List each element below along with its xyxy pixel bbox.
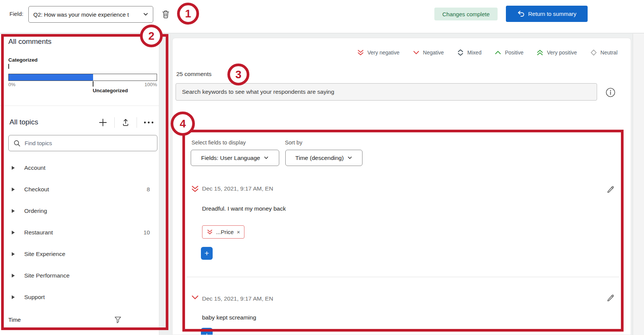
categorized-tick: [8, 64, 9, 69]
info-icon[interactable]: [605, 87, 616, 98]
more-options-icon[interactable]: [143, 121, 154, 124]
sort-by-label: Sort by: [285, 140, 302, 146]
filter-icon[interactable]: [114, 315, 122, 324]
fields-dropdown-value: Fields: User Language: [201, 155, 260, 161]
edit-pencil-icon[interactable]: [606, 185, 615, 193]
topic-count: 8: [147, 186, 150, 192]
categorized-label: Categorized: [8, 57, 37, 63]
select-fields-label: Select fields to display: [191, 140, 246, 146]
neutral-icon: [590, 49, 597, 56]
topic-row-site-experience[interactable]: Site Experience: [0, 243, 159, 265]
time-field-label: Time: [8, 316, 21, 323]
topic-row-checkout[interactable]: Checkout 8: [0, 178, 159, 200]
legend-label: Very positive: [547, 50, 577, 56]
comment-text: Dreadful. I want my money back: [202, 205, 286, 212]
fields-dropdown[interactable]: Fields: User Language: [191, 150, 279, 166]
time-field-row: Time: [0, 313, 159, 327]
mixed-icon: [457, 49, 464, 56]
remove-tag-icon[interactable]: ×: [237, 229, 240, 235]
sort-dropdown-value: Time (descending): [296, 155, 344, 161]
comment-meta: Dec 15, 2021, 9:17 AM, EN: [202, 185, 273, 192]
expand-caret-icon[interactable]: [11, 252, 15, 256]
topic-count: 10: [143, 229, 150, 236]
topics-header: All topics: [0, 115, 159, 130]
expand-caret-icon[interactable]: [11, 187, 15, 192]
comment-divider: [187, 277, 619, 277]
legend-very-negative: Very negative: [357, 49, 400, 56]
very-negative-icon: [357, 49, 364, 56]
text-iq-screen: Field: Q2: How was your movie experience…: [0, 0, 644, 335]
return-to-summary-button[interactable]: Return to summary: [506, 6, 588, 22]
expand-caret-icon[interactable]: [11, 295, 15, 299]
progress-scale: 0% 100%: [8, 82, 157, 87]
field-dropdown-value: Q2: How was your movie experience t: [33, 11, 143, 18]
topic-label: Checkout: [24, 186, 49, 193]
find-topics-search[interactable]: [8, 135, 157, 151]
legend-neutral: Neutral: [590, 49, 618, 56]
topic-label: Support: [24, 294, 45, 301]
field-label: Field:: [9, 11, 23, 17]
topic-label: Ordering: [24, 208, 47, 214]
legend-positive: Positive: [494, 49, 523, 56]
topic-list: Account Checkout 8 Ordering Restaurant 1…: [0, 157, 159, 308]
field-dropdown[interactable]: Q2: How was your movie experience t: [28, 6, 153, 23]
uncategorized-label: Uncategorized: [93, 88, 128, 93]
right-scroll-strip[interactable]: [633, 34, 644, 335]
legend-label: Negative: [423, 50, 444, 56]
find-topics-input[interactable]: [25, 140, 152, 146]
legend-very-positive: Very positive: [536, 49, 577, 56]
topic-row-account[interactable]: Account: [0, 157, 159, 178]
keyword-search-input[interactable]: [182, 88, 591, 95]
add-topic-to-comment-button[interactable]: +: [201, 247, 213, 260]
return-arrow-icon: [517, 10, 525, 17]
uncategorized-tick: [93, 81, 93, 87]
topic-row-site-performance[interactable]: Site Performance: [0, 265, 159, 286]
return-to-summary-label: Return to summary: [528, 11, 577, 17]
chevron-down-icon: [264, 155, 269, 160]
tag-label: ...Price: [216, 229, 234, 235]
topic-tag-price[interactable]: ...Price ×: [202, 225, 244, 239]
chevron-down-icon: [143, 12, 148, 17]
legend-mixed: Mixed: [457, 49, 481, 56]
sidebar-divider: [0, 105, 159, 106]
sort-dropdown[interactable]: Time (descending): [285, 150, 362, 166]
add-topic-to-comment-button[interactable]: +: [201, 328, 213, 335]
topic-row-restaurant[interactable]: Restaurant 10: [0, 222, 159, 243]
very-negative-icon: [207, 229, 213, 235]
edit-pencil-icon[interactable]: [606, 293, 615, 302]
topic-label: Site Performance: [24, 272, 70, 279]
legend-negative: Negative: [412, 49, 444, 56]
search-icon: [13, 140, 21, 147]
keyword-search-box[interactable]: [176, 83, 597, 101]
expand-caret-icon[interactable]: [11, 209, 15, 213]
comments-panel: Very negative Negative Mixed Positive: [172, 38, 631, 335]
top-toolbar: Field: Q2: How was your movie experience…: [0, 0, 644, 33]
categorization-progress-bar: [8, 74, 157, 81]
legend-label: Neutral: [600, 50, 618, 56]
positive-icon: [494, 49, 502, 56]
progress-max-label: 100%: [145, 82, 157, 87]
add-topic-icon[interactable]: [98, 118, 108, 127]
expand-caret-icon[interactable]: [11, 273, 15, 278]
categorized-fill: [9, 74, 93, 81]
topic-row-ordering[interactable]: Ordering: [0, 200, 159, 222]
topic-label: Site Experience: [24, 251, 65, 257]
trash-icon[interactable]: [161, 9, 170, 19]
legend-label: Mixed: [467, 50, 481, 56]
expand-caret-icon[interactable]: [11, 230, 15, 235]
all-comments-title: All comments: [8, 37, 51, 46]
very-negative-icon: [191, 185, 199, 193]
negative-icon: [191, 293, 199, 302]
topic-label: Restaurant: [24, 229, 53, 236]
expand-caret-icon[interactable]: [11, 166, 15, 170]
all-topics-title: All topics: [9, 118, 38, 126]
comment-meta: Dec 15, 2021, 9:17 AM, EN: [202, 295, 273, 302]
chevron-down-icon: [347, 155, 352, 160]
progress-min-label: 0%: [8, 82, 16, 87]
sentiment-legend: Very negative Negative Mixed Positive: [357, 47, 618, 58]
negative-icon: [412, 49, 420, 56]
topic-row-support[interactable]: Support: [0, 286, 159, 308]
separator: [114, 117, 115, 128]
upload-topics-icon[interactable]: [121, 118, 130, 127]
comments-count: 25 comments: [176, 71, 212, 78]
